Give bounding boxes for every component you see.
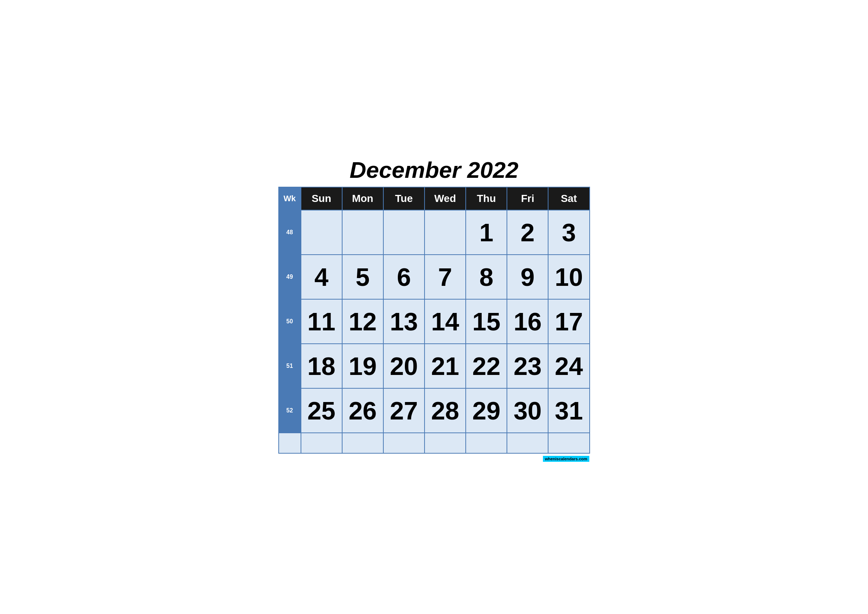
day-cell-11: 11 bbox=[301, 299, 342, 344]
calendar-title: December 2022 bbox=[278, 157, 590, 183]
watermark: wheniscalendars.com bbox=[543, 456, 589, 462]
day-cell-5: 5 bbox=[342, 255, 383, 299]
extra-cell-6 bbox=[507, 433, 548, 453]
day-cell-19: 19 bbox=[342, 344, 383, 388]
wk-cell-49: 49 bbox=[279, 255, 301, 299]
sat-header: Sat bbox=[548, 187, 589, 210]
day-cell-20: 20 bbox=[383, 344, 425, 388]
day-cell-16: 16 bbox=[507, 299, 548, 344]
day-cell-23: 23 bbox=[507, 344, 548, 388]
sun-header: Sun bbox=[301, 187, 342, 210]
extra-cell-1 bbox=[301, 433, 342, 453]
extra-cell-7 bbox=[548, 433, 589, 453]
day-cell-4: 4 bbox=[301, 255, 342, 299]
day-cell-7: 7 bbox=[425, 255, 466, 299]
day-cell-26: 26 bbox=[342, 388, 383, 433]
day-cell-empty-0-1 bbox=[342, 210, 383, 255]
day-cell-6: 6 bbox=[383, 255, 425, 299]
wk-column-header: Wk bbox=[279, 187, 301, 210]
day-cell-22: 22 bbox=[466, 344, 507, 388]
week-row-51: 5118192021222324 bbox=[279, 344, 590, 388]
day-cell-28: 28 bbox=[425, 388, 466, 433]
week-row-49: 4945678910 bbox=[279, 255, 590, 299]
extra-cell-2 bbox=[342, 433, 383, 453]
day-cell-8: 8 bbox=[466, 255, 507, 299]
day-cell-2: 2 bbox=[507, 210, 548, 255]
extra-row bbox=[279, 433, 590, 453]
day-cell-14: 14 bbox=[425, 299, 466, 344]
wk-cell-48: 48 bbox=[279, 210, 301, 255]
day-cell-30: 30 bbox=[507, 388, 548, 433]
day-cell-27: 27 bbox=[383, 388, 425, 433]
day-cell-13: 13 bbox=[383, 299, 425, 344]
day-cell-25: 25 bbox=[301, 388, 342, 433]
wed-header: Wed bbox=[425, 187, 466, 210]
day-cell-1: 1 bbox=[466, 210, 507, 255]
day-cell-empty-0-0 bbox=[301, 210, 342, 255]
calendar-table: Wk Sun Mon Tue Wed Thu Fri Sat 481234945… bbox=[278, 187, 590, 454]
day-cell-9: 9 bbox=[507, 255, 548, 299]
day-cell-24: 24 bbox=[548, 344, 589, 388]
extra-cell-5 bbox=[466, 433, 507, 453]
extra-cell-4 bbox=[425, 433, 466, 453]
header-row: Wk Sun Mon Tue Wed Thu Fri Sat bbox=[279, 187, 590, 210]
calendar-container: December 2022 Wk Sun Mon Tue Wed Thu Fri… bbox=[267, 149, 601, 465]
day-cell-12: 12 bbox=[342, 299, 383, 344]
week-row-52: 5225262728293031 bbox=[279, 388, 590, 433]
calendar-body: 4812349456789105011121314151617511819202… bbox=[279, 210, 590, 453]
week-row-50: 5011121314151617 bbox=[279, 299, 590, 344]
day-cell-29: 29 bbox=[466, 388, 507, 433]
wk-cell-50: 50 bbox=[279, 299, 301, 344]
tue-header: Tue bbox=[383, 187, 425, 210]
mon-header: Mon bbox=[342, 187, 383, 210]
day-cell-21: 21 bbox=[425, 344, 466, 388]
extra-cell-3 bbox=[383, 433, 425, 453]
day-cell-empty-0-3 bbox=[425, 210, 466, 255]
day-cell-3: 3 bbox=[548, 210, 589, 255]
day-cell-18: 18 bbox=[301, 344, 342, 388]
day-cell-17: 17 bbox=[548, 299, 589, 344]
wk-cell-52: 52 bbox=[279, 388, 301, 433]
week-row-48: 48123 bbox=[279, 210, 590, 255]
day-cell-empty-0-2 bbox=[383, 210, 425, 255]
thu-header: Thu bbox=[466, 187, 507, 210]
wk-cell-51: 51 bbox=[279, 344, 301, 388]
fri-header: Fri bbox=[507, 187, 548, 210]
day-cell-15: 15 bbox=[466, 299, 507, 344]
day-cell-31: 31 bbox=[548, 388, 589, 433]
day-cell-10: 10 bbox=[548, 255, 589, 299]
extra-cell-0 bbox=[279, 433, 301, 453]
